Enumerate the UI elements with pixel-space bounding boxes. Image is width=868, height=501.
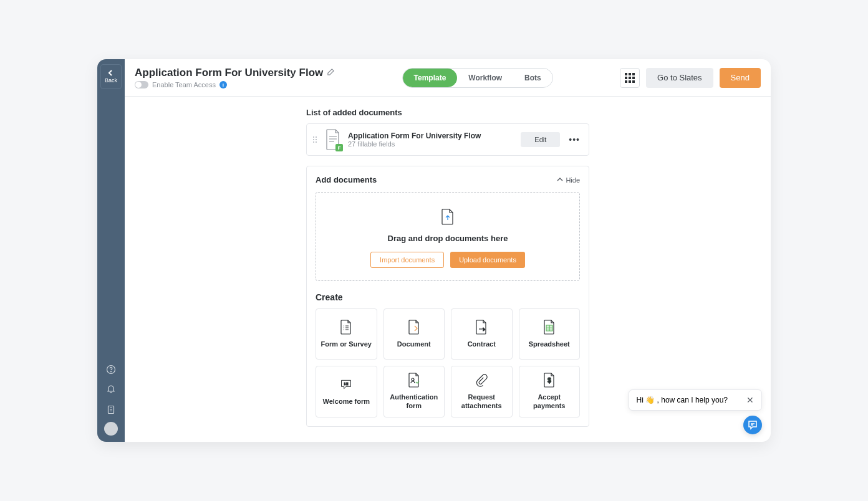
grid-icon	[625, 73, 635, 83]
top-actions: Go to Slates Send	[620, 68, 761, 88]
clipboard-icon[interactable]	[100, 399, 122, 419]
main-area: Application Form For University Flow Ena…	[125, 59, 771, 442]
chat-icon	[748, 420, 758, 430]
sidebar: Back	[97, 59, 125, 442]
svg-text:$: $	[547, 377, 551, 384]
document-name: Application Form For University Flow	[348, 131, 514, 140]
import-documents-button[interactable]: Import documents	[370, 252, 444, 268]
tile-accept-payments[interactable]: $ Accept payments	[519, 366, 581, 418]
back-button[interactable]: Back	[100, 64, 122, 89]
auth-icon	[408, 373, 420, 388]
hide-toggle[interactable]: Hide	[557, 176, 580, 184]
spreadsheet-icon	[543, 320, 556, 335]
document-icon	[408, 320, 420, 335]
tile-auth-form[interactable]: Authentication form	[383, 366, 445, 418]
tile-label: Form or Survey	[321, 340, 372, 348]
create-section-title: Create	[316, 292, 580, 302]
add-documents-title: Add documents	[316, 175, 377, 184]
help-icon[interactable]	[100, 360, 122, 379]
apps-button[interactable]	[620, 68, 640, 88]
tile-label: Contract	[468, 340, 496, 348]
payment-icon: $	[543, 373, 556, 388]
attachment-icon	[475, 373, 488, 388]
more-menu-button[interactable]: •••	[566, 135, 582, 145]
tab-workflow[interactable]: Workflow	[457, 69, 513, 87]
close-icon[interactable]: ✕	[746, 395, 754, 405]
tile-label: Spreadsheet	[529, 340, 570, 348]
back-label: Back	[105, 77, 117, 84]
upload-file-icon	[441, 209, 455, 225]
send-button[interactable]: Send	[720, 68, 761, 88]
tile-label: Document	[397, 340, 431, 348]
team-access-toggle[interactable]	[135, 81, 148, 88]
create-tiles: Form or Survey Document Contract	[316, 308, 580, 418]
tile-contract[interactable]: Contract	[451, 308, 513, 360]
upload-documents-button[interactable]: Upload documents	[450, 252, 525, 268]
form-badge-icon: F	[335, 144, 343, 151]
app-frame: Back Application Form For University Flo…	[97, 59, 771, 442]
documents-section-title: List of added documents	[306, 108, 589, 117]
drag-handle-icon[interactable]	[313, 136, 318, 143]
page-title: Application Form For University Flow	[135, 67, 323, 79]
bell-icon[interactable]	[100, 379, 122, 399]
chat-bubble: Hi 👋 , how can I help you? ✕	[629, 389, 762, 411]
tile-label: Accept payments	[523, 393, 576, 411]
contract-icon	[475, 320, 488, 335]
document-card: F Application Form For University Flow 2…	[306, 123, 589, 156]
topbar: Application Form For University Flow Ena…	[125, 59, 771, 97]
team-access-label: Enable Team Access	[152, 81, 216, 88]
svg-text:Hi!: Hi!	[344, 382, 349, 386]
chevron-left-icon	[108, 70, 114, 76]
tab-bots[interactable]: Bots	[513, 69, 552, 87]
chat-message: Hi 👋 , how can I help you?	[637, 396, 728, 404]
document-meta: 27 fillable fields	[348, 140, 514, 148]
tile-label: Authentication form	[388, 393, 441, 411]
tile-label: Request attachments	[455, 393, 508, 411]
avatar[interactable]	[104, 422, 118, 436]
svg-point-1	[111, 371, 112, 372]
go-to-slates-button[interactable]: Go to Slates	[646, 68, 713, 88]
tile-request-attachments[interactable]: Request attachments	[451, 366, 513, 418]
dropzone[interactable]: Drag and drop documents here Import docu…	[316, 192, 580, 281]
edit-title-icon[interactable]	[327, 67, 335, 79]
tile-welcome-form[interactable]: Hi! Welcome form	[316, 366, 377, 418]
tabs: Template Workflow Bots	[402, 68, 553, 88]
title-wrap: Application Form For University Flow Ena…	[135, 67, 335, 88]
tile-spreadsheet[interactable]: Spreadsheet	[519, 308, 581, 360]
chat-fab[interactable]	[743, 416, 762, 434]
edit-document-button[interactable]: Edit	[521, 132, 560, 147]
tile-label: Welcome form	[322, 397, 370, 406]
chevron-up-icon	[557, 177, 563, 183]
tile-form-survey[interactable]: Form or Survey	[316, 308, 377, 360]
info-icon[interactable]: i	[219, 81, 227, 88]
tile-document[interactable]: Document	[383, 308, 445, 360]
add-documents-panel: Add documents Hide Drag and drop docume	[306, 166, 589, 427]
tab-template[interactable]: Template	[403, 69, 458, 87]
welcome-icon: Hi!	[340, 377, 352, 392]
drop-message: Drag and drop documents here	[388, 234, 508, 243]
hide-label: Hide	[566, 176, 580, 184]
form-icon	[340, 320, 352, 335]
document-icon: F	[324, 129, 342, 150]
